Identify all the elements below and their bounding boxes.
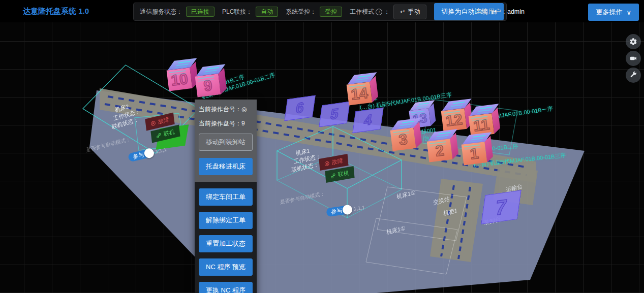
chevron-down-icon: ∨ xyxy=(626,9,631,16)
fault-text: 故障 xyxy=(331,157,343,167)
cube-front-face: 10 xyxy=(167,68,193,91)
floor-label: 交换站 xyxy=(433,195,450,207)
cube-front-face: 3 xyxy=(390,127,416,151)
work-mode-button[interactable]: ↵ 手动 xyxy=(393,5,426,19)
fault-text: 故障 xyxy=(158,116,169,126)
cube-number: 9 xyxy=(203,77,213,93)
settings-fab[interactable] xyxy=(626,34,641,49)
pallet-context-panel: 当前操作台号：◎ 当前操作盘号：9 移动到装卸站 托盘移进机床 绑定车间工单 解… xyxy=(195,100,257,293)
toggle-value: 1,1,1 xyxy=(353,205,365,212)
work-mode-value: 手动 xyxy=(408,8,420,16)
control-status-badge: 受控 xyxy=(320,7,342,17)
pallet-cube-9[interactable]: 9 xyxy=(194,64,229,98)
tile-number: 6 xyxy=(295,100,304,116)
more-operations-button[interactable]: 更多操作 ∨ xyxy=(588,4,639,21)
bind-work-order-button[interactable]: 绑定车间工单 xyxy=(199,188,253,206)
comm-status-item: 通信服务状态： 已连接 xyxy=(140,7,214,17)
plc-status-badge: 自动 xyxy=(256,7,278,17)
enter-icon: ↵ xyxy=(400,8,405,15)
current-user-value: admin xyxy=(507,8,525,15)
pallet-number-value: 9 xyxy=(241,120,245,127)
cube-number: 10 xyxy=(170,71,189,88)
work-mode-item: 工作模式i： ↵ 手动 xyxy=(350,5,426,19)
cube-front-face: 12 xyxy=(441,108,467,132)
error-icon xyxy=(150,120,156,126)
cube-number: 11 xyxy=(472,116,490,134)
wrench-icon xyxy=(629,71,637,79)
topbar: 达意隆托盘系统 1.0 通信服务状态： 已连接 PLC联接： 自动 系统受控： … xyxy=(0,0,644,22)
floor-label: 机柜1 xyxy=(443,207,458,217)
cube-number: 1 xyxy=(469,145,479,161)
camera-icon xyxy=(629,54,637,62)
3d-viewport[interactable]: 机床1①机床1①交换站机柜1运输台装卸台6547…01B.00-01B二序机架5… xyxy=(0,22,644,293)
panel-menu-section: 绑定车间工单 解除绑定工单 重置加工状态 NC 程序 预览 更换 NC 程序 xyxy=(195,182,257,293)
cube-front-face: 2 xyxy=(427,139,453,162)
current-user: 当前用户：admin xyxy=(475,8,525,16)
gear-icon xyxy=(629,38,637,46)
tile-number: 7 xyxy=(494,196,508,218)
control-status-item: 系统受控： 受控 xyxy=(286,7,342,17)
replace-nc-program-button[interactable]: 更换 NC 程序 xyxy=(199,282,253,293)
move-to-loading-station-button[interactable]: 移动到装卸站 xyxy=(199,134,253,151)
cube-front-face: 14 xyxy=(347,82,373,105)
station-tile-4[interactable]: 4 xyxy=(352,107,384,133)
floor-label: 机床1① xyxy=(396,189,416,201)
station-number-label: 当前操作台号： xyxy=(199,106,241,113)
tile-number: 4 xyxy=(363,112,373,128)
station-tile-5[interactable]: 5 xyxy=(319,101,350,127)
pallet-cube-14[interactable]: 14 xyxy=(345,72,380,106)
cube-number: 14 xyxy=(350,85,369,102)
work-mode-text: 工作模式 xyxy=(350,8,374,16)
pallet-number-row: 当前操作盘号：9 xyxy=(199,119,253,128)
more-operations-label: 更多操作 xyxy=(596,8,622,17)
unbind-work-order-button[interactable]: 解除绑定工单 xyxy=(199,212,253,229)
pallet-cube-2[interactable]: 2 xyxy=(425,129,461,163)
station-number-row: 当前操作台号：◎ xyxy=(199,105,253,114)
reset-machining-state-button[interactable]: 重置加工状态 xyxy=(199,235,253,252)
pallet-cube-1[interactable]: 1 xyxy=(460,132,495,166)
station-tile-6[interactable]: 6 xyxy=(284,95,316,121)
tools-fab[interactable] xyxy=(626,68,641,83)
comm-status-label: 通信服务状态： xyxy=(140,8,182,16)
panel-info-section: 当前操作台号：◎ 当前操作盘号：9 移动到装卸站 托盘移进机床 xyxy=(195,100,257,182)
online-text: 联机 xyxy=(338,169,349,179)
cube-number: 3 xyxy=(398,131,408,147)
cube-front-face: 1 xyxy=(462,142,487,165)
move-pallet-into-machine-button[interactable]: 托盘移进机床 xyxy=(199,158,253,175)
pallet-cube-3[interactable]: 3 xyxy=(389,118,424,152)
control-status-label: 系统受控： xyxy=(286,8,316,16)
plc-status-item: PLC联接： 自动 xyxy=(222,7,278,17)
camera-fab[interactable] xyxy=(626,51,641,66)
toggle-value: 1,1,1 xyxy=(155,147,167,155)
floor-label: 机床1① xyxy=(386,224,406,237)
link-icon xyxy=(330,173,336,179)
station-number-value: ◎ xyxy=(241,106,247,113)
nc-program-preview-button[interactable]: NC 程序 预览 xyxy=(199,258,253,276)
current-user-label: 当前用户： xyxy=(475,8,507,15)
pallet-number-label: 当前操作盘号： xyxy=(199,120,241,127)
status-toolbar: 通信服务状态： 已连接 PLC联接： 自动 系统受控： 受控 工作模式i： ↵ … xyxy=(133,3,507,21)
cube-number: 2 xyxy=(435,142,445,158)
comm-status-badge: 已连接 xyxy=(186,7,214,17)
station-tile-7[interactable]: 7 xyxy=(481,190,521,224)
app-title: 达意隆托盘系统 1.0 xyxy=(23,7,89,16)
cube-number: 12 xyxy=(445,111,464,128)
plc-status-label: PLC联接： xyxy=(222,8,252,16)
cube-front-face: 9 xyxy=(195,74,221,97)
error-icon xyxy=(324,160,330,167)
info-icon: i xyxy=(376,9,382,15)
work-mode-label: 工作模式i： xyxy=(350,8,390,16)
link-icon xyxy=(156,132,162,138)
tile-number: 5 xyxy=(329,106,339,122)
online-text: 联机 xyxy=(163,128,175,138)
